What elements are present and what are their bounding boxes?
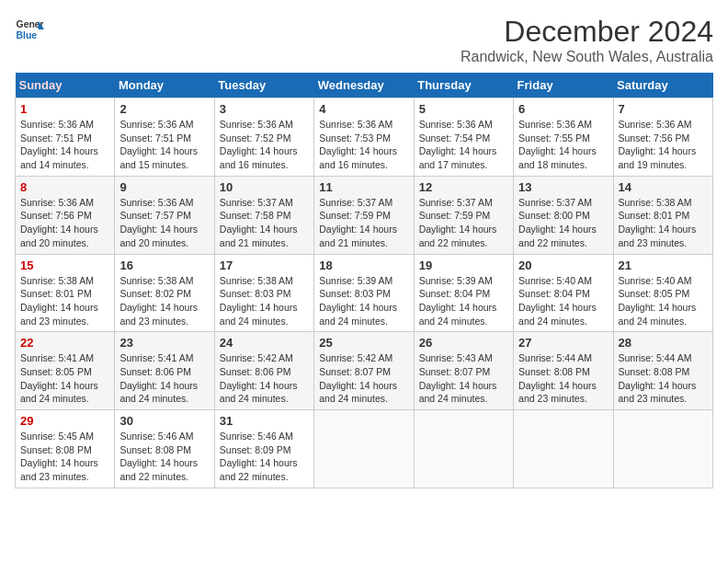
calendar-day-cell: 2Sunrise: 5:36 AMSunset: 7:51 PMDaylight… (115, 98, 214, 177)
day-detail: Sunrise: 5:39 AMSunset: 8:04 PMDaylight:… (419, 274, 508, 328)
calendar-day-cell: 26Sunrise: 5:43 AMSunset: 8:07 PMDayligh… (414, 332, 513, 410)
day-detail: Sunrise: 5:36 AMSunset: 7:56 PMDaylight:… (619, 118, 708, 172)
day-detail: Sunrise: 5:36 AMSunset: 7:56 PMDaylight:… (20, 196, 109, 250)
day-number: 3 (220, 102, 309, 116)
page-subtitle: Randwick, New South Wales, Australia (461, 49, 713, 65)
logo: General Blue (15, 15, 44, 44)
day-number: 10 (220, 180, 309, 194)
header-row: Sunday Monday Tuesday Wednesday Thursday… (16, 73, 713, 98)
page-title: December 2024 (461, 15, 713, 49)
day-detail: Sunrise: 5:36 AMSunset: 7:54 PMDaylight:… (419, 118, 508, 172)
col-wednesday: Wednesday (314, 73, 414, 98)
calendar-day-cell: 19Sunrise: 5:39 AMSunset: 8:04 PMDayligh… (414, 254, 513, 332)
calendar-table: Sunday Monday Tuesday Wednesday Thursday… (15, 73, 713, 488)
day-detail: Sunrise: 5:36 AMSunset: 7:51 PMDaylight:… (119, 118, 209, 172)
day-detail: Sunrise: 5:46 AMSunset: 8:08 PMDaylight:… (119, 430, 209, 484)
title-area: December 2024 Randwick, New South Wales,… (461, 15, 713, 65)
day-number: 29 (20, 414, 109, 428)
calendar-week-row: 29Sunrise: 5:45 AMSunset: 8:08 PMDayligh… (16, 410, 713, 488)
day-detail: Sunrise: 5:43 AMSunset: 8:07 PMDaylight:… (419, 351, 508, 406)
calendar-day-cell: 17Sunrise: 5:38 AMSunset: 8:03 PMDayligh… (214, 254, 313, 332)
calendar-day-cell: 21Sunrise: 5:40 AMSunset: 8:05 PMDayligh… (613, 254, 712, 332)
day-number: 17 (220, 259, 309, 272)
day-number: 18 (319, 259, 408, 272)
day-number: 11 (319, 180, 408, 194)
calendar-week-row: 22Sunrise: 5:41 AMSunset: 8:05 PMDayligh… (16, 332, 713, 410)
calendar-day-cell: 30Sunrise: 5:46 AMSunset: 8:08 PMDayligh… (115, 410, 214, 488)
day-number: 21 (619, 259, 708, 272)
calendar-day-cell (613, 410, 712, 488)
calendar-day-cell: 1Sunrise: 5:36 AMSunset: 7:51 PMDaylight… (16, 98, 115, 177)
calendar-day-cell: 31Sunrise: 5:46 AMSunset: 8:09 PMDayligh… (214, 410, 313, 488)
day-detail: Sunrise: 5:37 AMSunset: 7:58 PMDaylight:… (220, 196, 309, 250)
day-detail: Sunrise: 5:44 AMSunset: 8:08 PMDaylight:… (619, 351, 708, 406)
day-detail: Sunrise: 5:36 AMSunset: 7:53 PMDaylight:… (319, 118, 408, 172)
day-number: 31 (220, 414, 309, 428)
col-friday: Friday (514, 73, 613, 98)
calendar-day-cell: 15Sunrise: 5:38 AMSunset: 8:01 PMDayligh… (16, 254, 115, 332)
calendar-day-cell: 5Sunrise: 5:36 AMSunset: 7:54 PMDaylight… (414, 98, 513, 177)
day-detail: Sunrise: 5:38 AMSunset: 8:01 PMDaylight:… (20, 274, 109, 328)
day-number: 23 (119, 336, 209, 350)
day-detail: Sunrise: 5:37 AMSunset: 7:59 PMDaylight:… (419, 196, 508, 250)
calendar-week-row: 8Sunrise: 5:36 AMSunset: 7:56 PMDaylight… (16, 176, 713, 254)
day-number: 28 (619, 336, 708, 350)
day-number: 14 (619, 180, 708, 194)
day-number: 24 (220, 336, 309, 350)
day-detail: Sunrise: 5:37 AMSunset: 8:00 PMDaylight:… (518, 196, 608, 250)
day-number: 5 (419, 102, 508, 116)
day-detail: Sunrise: 5:46 AMSunset: 8:09 PMDaylight:… (220, 430, 309, 484)
calendar-day-cell: 16Sunrise: 5:38 AMSunset: 8:02 PMDayligh… (115, 254, 214, 332)
day-number: 12 (419, 180, 508, 194)
day-detail: Sunrise: 5:42 AMSunset: 8:06 PMDaylight:… (220, 351, 309, 406)
day-number: 8 (20, 180, 109, 194)
calendar-day-cell: 3Sunrise: 5:36 AMSunset: 7:52 PMDaylight… (214, 98, 313, 177)
calendar-day-cell: 6Sunrise: 5:36 AMSunset: 7:55 PMDaylight… (514, 98, 613, 177)
calendar-body: 1Sunrise: 5:36 AMSunset: 7:51 PMDaylight… (16, 98, 713, 488)
day-number: 19 (419, 259, 508, 272)
day-number: 16 (119, 259, 209, 272)
calendar-day-cell: 23Sunrise: 5:41 AMSunset: 8:06 PMDayligh… (115, 332, 214, 410)
day-detail: Sunrise: 5:45 AMSunset: 8:08 PMDaylight:… (20, 430, 109, 484)
calendar-day-cell: 4Sunrise: 5:36 AMSunset: 7:53 PMDaylight… (314, 98, 414, 177)
day-detail: Sunrise: 5:41 AMSunset: 8:06 PMDaylight:… (119, 351, 209, 406)
day-number: 13 (518, 180, 608, 194)
page-header: General Blue December 2024 Randwick, New… (15, 15, 713, 65)
calendar-day-cell: 22Sunrise: 5:41 AMSunset: 8:05 PMDayligh… (16, 332, 115, 410)
calendar-day-cell: 9Sunrise: 5:36 AMSunset: 7:57 PMDaylight… (115, 176, 214, 254)
day-detail: Sunrise: 5:36 AMSunset: 7:52 PMDaylight:… (220, 118, 309, 172)
calendar-day-cell: 13Sunrise: 5:37 AMSunset: 8:00 PMDayligh… (514, 176, 613, 254)
day-number: 9 (119, 180, 209, 194)
calendar-day-cell (414, 410, 513, 488)
calendar-day-cell: 8Sunrise: 5:36 AMSunset: 7:56 PMDaylight… (16, 176, 115, 254)
day-number: 25 (319, 336, 408, 350)
day-detail: Sunrise: 5:36 AMSunset: 7:57 PMDaylight:… (119, 196, 209, 250)
day-detail: Sunrise: 5:44 AMSunset: 8:08 PMDaylight:… (518, 351, 608, 406)
calendar-day-cell: 12Sunrise: 5:37 AMSunset: 7:59 PMDayligh… (414, 176, 513, 254)
day-number: 4 (319, 102, 408, 116)
day-detail: Sunrise: 5:38 AMSunset: 8:01 PMDaylight:… (619, 196, 708, 250)
day-number: 6 (518, 102, 608, 116)
calendar-day-cell: 24Sunrise: 5:42 AMSunset: 8:06 PMDayligh… (214, 332, 313, 410)
calendar-day-cell: 28Sunrise: 5:44 AMSunset: 8:08 PMDayligh… (613, 332, 712, 410)
day-number: 27 (518, 336, 608, 350)
calendar-header: Sunday Monday Tuesday Wednesday Thursday… (16, 73, 713, 98)
col-saturday: Saturday (613, 73, 712, 98)
day-number: 30 (119, 414, 209, 428)
calendar-day-cell (314, 410, 414, 488)
calendar-day-cell: 20Sunrise: 5:40 AMSunset: 8:04 PMDayligh… (514, 254, 613, 332)
day-number: 1 (20, 102, 109, 116)
logo-icon: General Blue (15, 15, 44, 44)
calendar-day-cell: 7Sunrise: 5:36 AMSunset: 7:56 PMDaylight… (613, 98, 712, 177)
day-detail: Sunrise: 5:37 AMSunset: 7:59 PMDaylight:… (319, 196, 408, 250)
calendar-week-row: 15Sunrise: 5:38 AMSunset: 8:01 PMDayligh… (16, 254, 713, 332)
calendar-week-row: 1Sunrise: 5:36 AMSunset: 7:51 PMDaylight… (16, 98, 713, 177)
day-number: 22 (20, 336, 109, 350)
day-number: 26 (419, 336, 508, 350)
calendar-day-cell: 10Sunrise: 5:37 AMSunset: 7:58 PMDayligh… (214, 176, 313, 254)
day-number: 2 (119, 102, 209, 116)
day-detail: Sunrise: 5:40 AMSunset: 8:04 PMDaylight:… (518, 274, 608, 328)
col-thursday: Thursday (414, 73, 513, 98)
col-tuesday: Tuesday (214, 73, 313, 98)
day-number: 15 (20, 259, 109, 272)
